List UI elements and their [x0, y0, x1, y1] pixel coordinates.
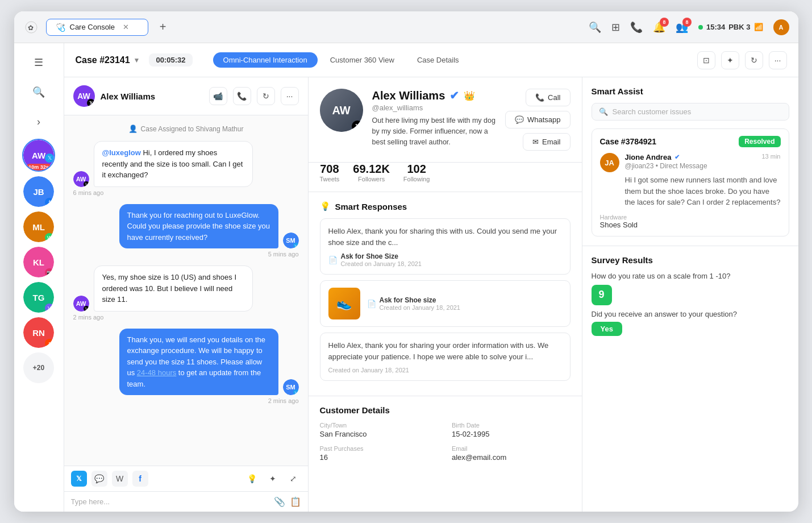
chat-contact-name: Alex Williams	[101, 92, 156, 101]
sidebar-contact-4[interactable]: KL 📷	[23, 247, 54, 277]
case-user-name: Jione Andrea ✔	[625, 153, 707, 161]
chat-channel-button[interactable]: 💬	[91, 471, 107, 487]
profile-bio: Out here living my best life with my dog…	[372, 115, 496, 147]
status-label: PBK 3	[728, 23, 750, 31]
chat-header: AW 𝕏 Alex Williams 📹 📞 ↻ ···	[64, 77, 308, 115]
email-button[interactable]: ✉ Email	[523, 133, 571, 151]
sidebar-contact-2[interactable]: JB f	[23, 176, 54, 207]
profile-name-text: Alex Williams	[372, 89, 445, 102]
system-icon: 👤	[128, 124, 138, 133]
tab-omni[interactable]: Omni-Channel Interaction	[213, 52, 318, 68]
hamburger-menu-icon[interactable]: ☰	[26, 50, 51, 75]
new-tab-button[interactable]: +	[155, 19, 171, 35]
chat-more-button[interactable]: ···	[281, 87, 299, 105]
users-badge: 8	[682, 18, 692, 27]
grid-button[interactable]: ⊞	[611, 21, 620, 34]
case-tags: Hardware Shoes Sold	[600, 214, 781, 229]
sidebar-contact-3[interactable]: ML W	[23, 211, 54, 242]
case-handle: @jioan23	[625, 162, 654, 170]
chat-platform-badge: 𝕏	[87, 99, 95, 107]
chat-input[interactable]	[71, 497, 269, 506]
video-call-button[interactable]: 📹	[209, 87, 227, 105]
profile-name: Alex Williams ✔ 👑	[372, 89, 496, 102]
sidebar-contact-6[interactable]: RN r	[23, 317, 54, 348]
browser-logo: ✿	[23, 19, 39, 35]
response-card-3[interactable]: Hello Alex, thank you for sharing your o…	[320, 333, 571, 381]
email-label: Email	[542, 138, 561, 146]
bulb-icon[interactable]: 💡	[244, 471, 260, 487]
refresh-chat-button[interactable]: ↻	[257, 87, 275, 105]
response-card-1[interactable]: Hello Alex, thank you for sharing this w…	[320, 218, 571, 275]
case-user-header: Jione Andrea ✔ @jioan23 • Direct Message	[625, 153, 781, 170]
whatsapp-button[interactable]: 💬 Whatsapp	[505, 111, 571, 128]
content-area: Case #23141 ▼ 00:05:32 Omni-Channel Inte…	[64, 43, 798, 512]
detail-grid: City/Town San Francisco Birth Date 15-02…	[320, 422, 571, 462]
case-dropdown-icon[interactable]: ▼	[134, 56, 140, 64]
more-button[interactable]: ···	[769, 51, 787, 69]
msg-row-4: SM 𝕏 Thank you, we will send you details…	[73, 329, 299, 396]
email-label: Email	[452, 445, 571, 452]
birth-label: Birth Date	[452, 422, 571, 429]
sidebar-expand-icon[interactable]: ›	[26, 109, 51, 134]
city-value: San Francisco	[320, 430, 439, 438]
msg-link-4[interactable]: 24-48 hours	[137, 368, 176, 377]
msg-bubble-1: @luxeglow Hi, I ordered my shoes recentl…	[94, 141, 253, 187]
search-button[interactable]: 🔍	[589, 21, 601, 34]
tab-c360[interactable]: Customer 360 View	[320, 52, 405, 68]
response-card-2[interactable]: 👟 📄 Ask for Shoe size Created on January…	[320, 280, 571, 327]
survey-answer: Yes	[592, 322, 622, 336]
chat-toolbar: 𝕏 💬 W f 💡 ✦ ⤢	[64, 466, 308, 491]
system-message: 👤 Case Assigned to Shivang Mathur	[73, 124, 299, 133]
browser-actions: 🔍 ⊞ 📞 🔔 8 👥 8 15:34 PBK 3 📶 A	[589, 19, 789, 35]
msg-platform-2: 𝕏	[293, 243, 299, 248]
contact-platform-1: 𝕏	[45, 153, 54, 163]
msg-avatar-4: SM 𝕏	[283, 379, 299, 395]
response-meta-2: 📄 Ask for Shoe size Created on January 1…	[367, 296, 562, 311]
contact-platform-2: f	[45, 198, 54, 207]
whatsapp-channel-button[interactable]: W	[112, 471, 128, 487]
smart-responses-label: Smart Responses	[335, 202, 407, 211]
detail-city: City/Town San Francisco	[320, 422, 439, 438]
browser-tab[interactable]: 🩺 Care Console ✕	[46, 19, 148, 36]
email-icon: ✉	[532, 138, 539, 146]
msg-time-4: 2 mins ago	[73, 397, 299, 404]
case-user-sub: @jioan23 • Direct Message	[625, 162, 707, 170]
tab-case[interactable]: Case Details	[407, 52, 469, 68]
template-icon[interactable]: 📋	[290, 496, 301, 507]
user-avatar[interactable]: A	[773, 19, 789, 35]
attachment-icon[interactable]: 📎	[274, 496, 285, 507]
case-card-header: Case #3784921 Resolved	[600, 136, 781, 147]
more-users-button[interactable]: +20	[23, 352, 54, 383]
twitter-channel-button[interactable]: 𝕏	[71, 471, 87, 487]
tools-icon[interactable]: ✦	[265, 471, 281, 487]
whatsapp-icon: 💬	[515, 115, 524, 124]
refresh-button[interactable]: ↻	[745, 51, 763, 69]
screenshot-button[interactable]: ⊡	[697, 51, 715, 69]
phone-button[interactable]: 📞	[630, 21, 643, 34]
magic-button[interactable]: ✦	[721, 51, 739, 69]
message-2: SM 𝕏 Thank you for reaching out to LuxeG…	[73, 204, 299, 258]
contact-platform-6: r	[45, 339, 54, 348]
doc-icon-1: 📄	[328, 256, 338, 264]
smart-assist-search-input[interactable]	[613, 107, 782, 116]
sidebar-contact-1[interactable]: AW 10m 32s 𝕏	[22, 139, 55, 172]
notification-button[interactable]: 🔔 8	[653, 21, 665, 34]
tweets-count: 708	[320, 163, 340, 176]
msg-avatar-3: AW 𝕏	[73, 296, 89, 312]
call-button[interactable]: 📞 Call	[526, 89, 570, 106]
search-icon-sa: 🔍	[599, 107, 608, 116]
sidebar-search-icon[interactable]: 🔍	[26, 80, 51, 105]
profile-platform-badge: 𝕏	[352, 121, 363, 132]
stat-tweets: 708 Tweets	[320, 163, 340, 182]
facebook-channel-button[interactable]: f	[132, 471, 148, 487]
contact-timer-1: 10m 32s	[26, 164, 51, 171]
voice-call-button[interactable]: 📞	[233, 87, 251, 105]
survey-score: 9	[592, 285, 612, 305]
users-button[interactable]: 👥 8	[676, 21, 688, 34]
purchases-value: 16	[320, 453, 439, 462]
tab-close-icon[interactable]: ✕	[123, 23, 129, 31]
profile-avatar: AW 𝕏	[320, 89, 363, 132]
msg-time-2: 5 mins ago	[73, 251, 299, 258]
expand-icon[interactable]: ⤢	[285, 471, 301, 487]
sidebar-contact-5[interactable]: TG V	[23, 282, 54, 313]
